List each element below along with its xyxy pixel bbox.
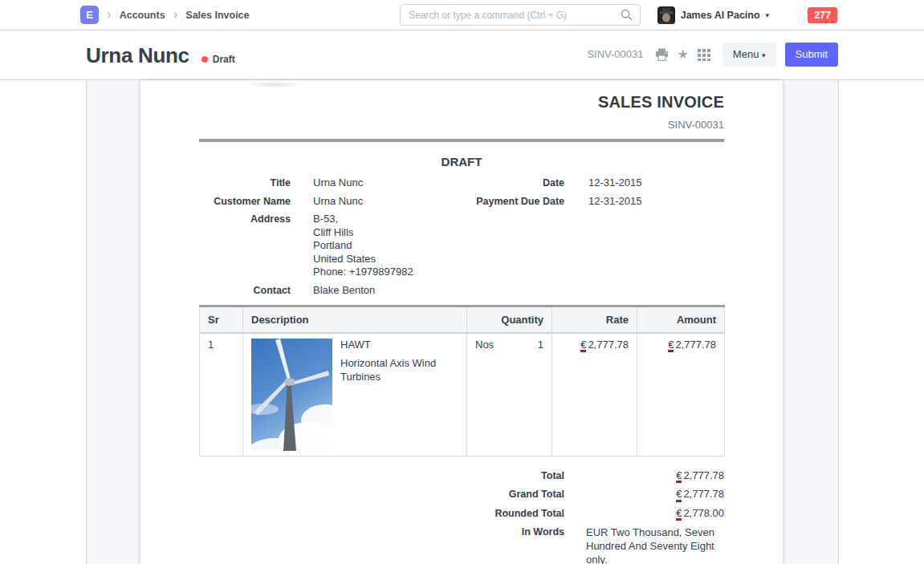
notifications-badge[interactable]: 277 bbox=[808, 7, 837, 23]
invoice-heading: SALES INVOICE bbox=[199, 93, 724, 112]
currency-symbol: € bbox=[580, 339, 586, 352]
total-amount: 2,778.00 bbox=[683, 507, 724, 519]
letterhead-smudge bbox=[245, 81, 305, 88]
total-label: Grand Total bbox=[199, 488, 564, 501]
menu-button[interactable]: Menu ▾ bbox=[723, 43, 776, 67]
field-value: 12-31-2015 bbox=[588, 177, 642, 190]
item-uom: Nos bbox=[475, 339, 494, 351]
user-menu[interactable]: James Al Pacino ▾ bbox=[657, 6, 769, 24]
cell-sr: 1 bbox=[200, 333, 243, 456]
app-logo[interactable]: E bbox=[80, 6, 99, 24]
total-value: €2,777.78 bbox=[564, 469, 724, 483]
field-label: Address bbox=[199, 213, 291, 279]
page-title: Urna Nunc bbox=[86, 43, 189, 68]
column-header-quantity: Quantity bbox=[467, 306, 552, 334]
currency-symbol: € bbox=[676, 470, 682, 483]
main-content: SALES INVOICE SINV-00031 DRAFT Title Urn… bbox=[0, 80, 924, 564]
details-right-column: Date 12-31-2015 Payment Due Date 12-31-2… bbox=[462, 177, 724, 302]
invoice-details: Title Urna Nunc Customer Name Urna Nunc … bbox=[199, 177, 724, 302]
rounded-total-row: Rounded Total €2,778.00 bbox=[199, 507, 724, 521]
address-line: B-53, bbox=[313, 213, 413, 226]
menu-button-label: Menu bbox=[733, 48, 759, 60]
navbar-right: James Al Pacino ▾ 277 bbox=[657, 0, 837, 30]
currency-symbol: € bbox=[668, 339, 674, 352]
address-line: Phone: +1979897982 bbox=[313, 266, 413, 279]
print-preview-paper: SALES INVOICE SINV-00031 DRAFT Title Urn… bbox=[140, 80, 783, 564]
avatar bbox=[657, 6, 675, 24]
total-value: €2,778.00 bbox=[564, 507, 724, 521]
cell-description: HAWT Horizontal Axis Wind Turbines bbox=[243, 333, 467, 456]
field-contact: Contact Blake Benton bbox=[199, 284, 462, 298]
field-label: Title bbox=[199, 177, 291, 190]
status-dot-icon bbox=[201, 56, 208, 63]
breadcrumb-sales-invoice[interactable]: Sales Invoice bbox=[185, 10, 249, 21]
item-description: Horizontal Axis Wind Turbines bbox=[340, 356, 446, 383]
field-value: Blake Benton bbox=[313, 284, 375, 298]
in-words-row: In Words EUR Two Thousand, Seven Hundred… bbox=[199, 525, 724, 564]
field-value: B-53, Cliff Hills Portland United States… bbox=[313, 213, 413, 279]
total-amount: 2,777.78 bbox=[683, 488, 724, 500]
in-words-value: EUR Two Thousand, Seven Hundred And Seve… bbox=[564, 525, 724, 564]
chevron-right-icon: › bbox=[173, 7, 178, 21]
field-address: Address B-53, Cliff Hills Portland Unite… bbox=[199, 213, 462, 279]
field-value: Urna Nunc bbox=[313, 195, 363, 209]
column-header-sr: Sr bbox=[200, 306, 243, 334]
star-icon[interactable]: ★ bbox=[678, 48, 689, 61]
field-payment-due-date: Payment Due Date 12-31-2015 bbox=[462, 195, 724, 209]
field-label: Date bbox=[462, 177, 564, 190]
print-icon[interactable] bbox=[655, 48, 669, 61]
item-qty: 1 bbox=[538, 339, 543, 351]
status-badge: Draft bbox=[201, 54, 235, 65]
global-search bbox=[400, 4, 641, 26]
doc-id: SINV-00031 bbox=[587, 48, 643, 60]
item-rate: 2,777.78 bbox=[588, 339, 629, 351]
search-input[interactable] bbox=[401, 10, 621, 21]
column-header-description: Description bbox=[243, 306, 467, 334]
total-amount: 2,777.78 bbox=[683, 469, 724, 481]
page-head: Urna Nunc Draft SINV-00031 ★ Menu ▾ Subm… bbox=[0, 30, 924, 80]
column-header-amount: Amount bbox=[637, 306, 725, 334]
field-value: 12-31-2015 bbox=[588, 195, 642, 209]
cell-amount: €2,777.78 bbox=[637, 333, 725, 456]
items-table: Sr Description Quantity Rate Amount 1 bbox=[199, 305, 725, 456]
field-value: Urna Nunc bbox=[313, 177, 363, 190]
chevron-down-icon: ▾ bbox=[766, 11, 770, 19]
status-label: Draft bbox=[213, 54, 235, 65]
currency-symbol: € bbox=[676, 508, 682, 521]
breadcrumb: E › Accounts › Sales Invoice bbox=[80, 0, 250, 30]
address-line: Cliff Hills bbox=[313, 226, 413, 240]
submit-button[interactable]: Submit bbox=[785, 43, 838, 67]
column-header-rate: Rate bbox=[552, 306, 637, 334]
field-date: Date 12-31-2015 bbox=[462, 177, 724, 190]
field-label: Payment Due Date bbox=[462, 195, 564, 209]
total-label: Rounded Total bbox=[199, 507, 564, 521]
field-customer-name: Customer Name Urna Nunc bbox=[199, 195, 462, 209]
chevron-right-icon: › bbox=[107, 7, 112, 21]
currency-symbol: € bbox=[676, 489, 682, 501]
section-divider bbox=[199, 139, 724, 142]
user-name: James Al Pacino bbox=[681, 10, 760, 21]
address-line: Portland bbox=[313, 239, 413, 253]
total-value: €2,777.78 bbox=[564, 488, 724, 501]
items-table-header: Sr Description Quantity Rate Amount bbox=[200, 306, 725, 334]
item-name: HAWT bbox=[340, 339, 446, 351]
wind-turbine-photo bbox=[251, 339, 332, 451]
totals-section: Total €2,777.78 Grand Total €2,777.78 Ro… bbox=[199, 469, 724, 564]
breadcrumb-accounts[interactable]: Accounts bbox=[120, 10, 165, 21]
grid-icon[interactable] bbox=[698, 48, 710, 61]
total-label: Total bbox=[199, 469, 564, 483]
address-line: United States bbox=[313, 253, 413, 266]
cell-rate: €2,777.78 bbox=[552, 333, 637, 456]
details-left-column: Title Urna Nunc Customer Name Urna Nunc … bbox=[199, 177, 462, 302]
invoice-status-heading: DRAFT bbox=[199, 155, 724, 168]
chevron-down-icon: ▾ bbox=[762, 51, 766, 59]
grand-total-row: Grand Total €2,777.78 bbox=[199, 488, 724, 501]
total-label: In Words bbox=[199, 525, 564, 564]
table-row: 1 bbox=[200, 333, 725, 456]
field-title: Title Urna Nunc bbox=[199, 177, 462, 190]
field-label: Customer Name bbox=[199, 195, 291, 209]
invoice-number: SINV-00031 bbox=[199, 119, 724, 131]
search-icon[interactable] bbox=[621, 9, 633, 21]
item-amount: 2,777.78 bbox=[675, 339, 716, 351]
navbar: E › Accounts › Sales Invoice James Al Pa… bbox=[0, 0, 924, 30]
